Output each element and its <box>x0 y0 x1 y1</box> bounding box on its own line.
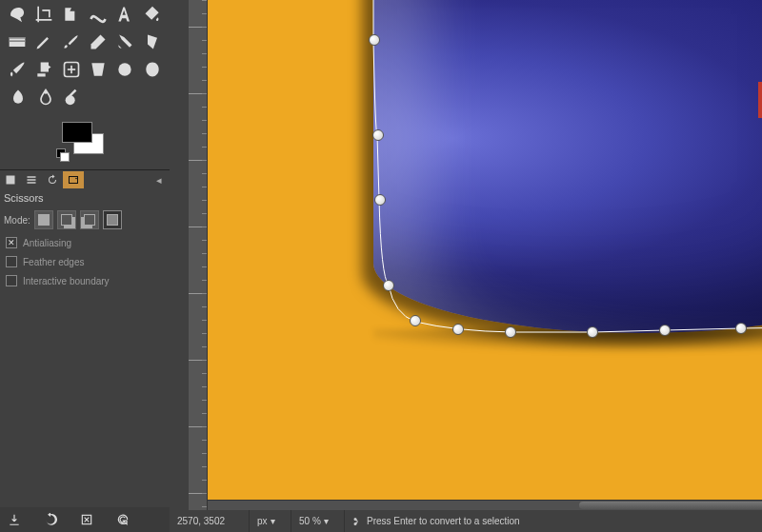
tool-pencil[interactable] <box>30 28 57 55</box>
color-selector[interactable] <box>56 114 113 162</box>
tool-bucket-fill[interactable] <box>139 0 166 28</box>
status-hint-text: Press Enter to convert to a selection <box>367 516 520 526</box>
tool-options-footer <box>0 507 170 532</box>
foreground-color[interactable] <box>62 122 92 143</box>
chevron-down-icon: ▾ <box>324 516 329 526</box>
tool-options-tabs: ◂ <box>0 170 170 189</box>
scissors-node[interactable] <box>369 34 380 46</box>
svg-rect-2 <box>10 40 26 42</box>
ruler-vertical[interactable] <box>189 0 208 510</box>
tab-images[interactable] <box>63 171 84 188</box>
scissors-node[interactable] <box>383 280 394 291</box>
svg-rect-11 <box>70 177 78 184</box>
tool-free-select[interactable] <box>4 0 30 28</box>
mode-subtract[interactable] <box>80 210 99 229</box>
tool-text[interactable] <box>111 0 138 28</box>
tool-airbrush[interactable] <box>111 28 138 55</box>
tool-warp[interactable] <box>85 0 111 28</box>
pointer-coords-value: 2570, 3502 <box>177 516 225 526</box>
status-pointer-coords: 2570, 3502 <box>170 510 250 532</box>
tool-paths[interactable] <box>31 83 59 110</box>
canvas-area <box>170 0 762 510</box>
status-unit-selector[interactable]: px ▾ <box>250 510 291 532</box>
svg-rect-1 <box>10 37 26 39</box>
status-zoom-selector[interactable]: 50 % ▾ <box>291 510 345 532</box>
scissors-node[interactable] <box>735 323 747 334</box>
tab-menu-icon[interactable]: ◂ <box>149 171 170 188</box>
red-edge-strip <box>758 82 762 118</box>
restore-options-icon[interactable] <box>42 511 59 528</box>
mode-add[interactable] <box>57 210 76 229</box>
zoom-value: 50 % <box>299 516 321 526</box>
label-antialiasing: Antialiasing <box>23 238 71 248</box>
tool-paintbrush[interactable] <box>58 28 85 55</box>
canvas-edge-strip <box>170 0 189 510</box>
tab-undo-history[interactable] <box>42 171 63 188</box>
tab-device-status[interactable] <box>21 171 42 188</box>
tool-crop[interactable] <box>30 0 57 28</box>
checkbox-antialiasing[interactable] <box>6 237 17 248</box>
tool-clone[interactable] <box>30 55 57 83</box>
label-interactive-boundary: Interactive boundary <box>23 276 110 286</box>
delete-options-icon[interactable] <box>78 511 95 528</box>
scrollbar-thumb[interactable] <box>579 502 762 509</box>
scissors-node[interactable] <box>410 315 421 326</box>
mode-replace[interactable] <box>34 210 53 229</box>
tool-heal[interactable] <box>58 55 85 83</box>
svg-point-12 <box>75 178 77 180</box>
label-feather-edges: Feather edges <box>23 257 85 267</box>
tool-mypaint-brush[interactable] <box>4 55 30 83</box>
toolbox <box>0 0 170 110</box>
svg-rect-10 <box>7 176 15 185</box>
default-colors-icon[interactable] <box>56 148 70 162</box>
tool-smudge[interactable] <box>139 55 166 83</box>
tool-ink[interactable] <box>139 28 166 55</box>
image-canvas[interactable] <box>208 0 762 500</box>
svg-point-6 <box>119 63 131 75</box>
checkbox-feather-edges[interactable] <box>6 256 17 267</box>
tab-tool-options[interactable] <box>0 171 21 188</box>
status-bar: 2570, 3502 px ▾ 50 % ▾ Press Enter to co… <box>170 510 762 532</box>
scissors-node[interactable] <box>374 194 386 206</box>
horizontal-scrollbar[interactable] <box>208 500 762 510</box>
tool-color-picker[interactable] <box>59 83 87 110</box>
cup-ground-shadow <box>373 329 762 350</box>
tool-eraser[interactable] <box>85 28 111 55</box>
svg-point-7 <box>44 90 47 93</box>
cup-object <box>373 0 762 333</box>
tool-blur[interactable] <box>111 55 138 83</box>
selection-mode-row: Mode: <box>0 207 170 233</box>
scissors-node[interactable] <box>587 326 598 338</box>
scissors-node[interactable] <box>452 324 464 335</box>
chevron-down-icon: ▾ <box>271 516 275 526</box>
tool-perspective-clone[interactable] <box>85 55 111 83</box>
scissors-icon <box>352 516 364 527</box>
scissors-node[interactable] <box>659 325 671 336</box>
scissors-node[interactable] <box>372 129 384 141</box>
tool-rotate[interactable] <box>58 0 85 28</box>
tool-dodge-burn[interactable] <box>4 83 31 110</box>
scissors-node[interactable] <box>505 326 516 338</box>
tool-gradient[interactable] <box>4 28 30 55</box>
tool-options-title: Scissors <box>0 189 170 207</box>
mode-label: Mode: <box>4 215 30 226</box>
unit-value: px <box>257 516 268 526</box>
checkbox-interactive-boundary[interactable] <box>6 275 17 286</box>
svg-rect-5 <box>68 69 75 70</box>
swap-colors-icon[interactable] <box>104 114 113 124</box>
mode-intersect[interactable] <box>103 210 122 229</box>
save-options-icon[interactable] <box>6 511 23 528</box>
status-hint: Press Enter to convert to a selection <box>345 510 762 532</box>
reset-options-icon[interactable] <box>114 511 131 528</box>
left-panel: ◂ Scissors Mode: Antialiasing Feather ed… <box>0 0 170 532</box>
